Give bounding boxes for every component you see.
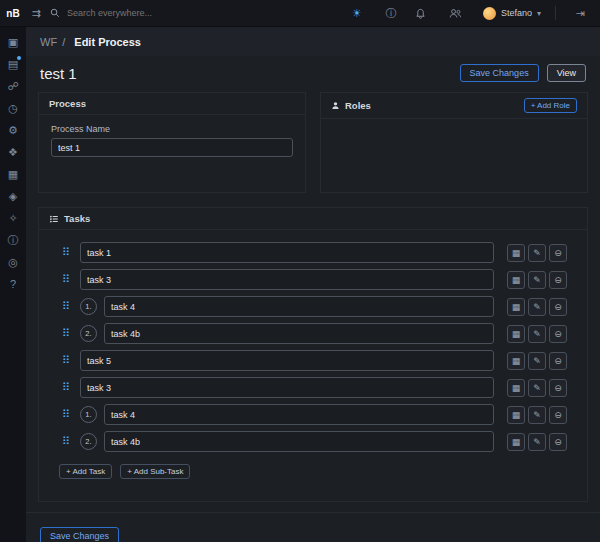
app-logo: nB bbox=[0, 8, 26, 19]
edit-button[interactable]: ✎ bbox=[528, 352, 546, 370]
calendar-button[interactable]: ▦ bbox=[507, 406, 525, 424]
add-role-button[interactable]: + Add Role bbox=[524, 98, 577, 113]
breadcrumb: WF / Edit Process bbox=[26, 26, 600, 56]
notifications-icon[interactable] bbox=[415, 8, 435, 19]
task-name-input[interactable] bbox=[104, 323, 494, 344]
task-name-input[interactable] bbox=[104, 431, 494, 452]
notification-dot bbox=[17, 56, 21, 60]
edit-button[interactable]: ✎ bbox=[528, 406, 546, 424]
edit-button[interactable]: ✎ bbox=[528, 325, 546, 343]
remove-task-button[interactable]: ⊖ bbox=[549, 379, 567, 397]
modules-icon[interactable]: ❖ bbox=[3, 142, 23, 162]
roles-empty-body bbox=[321, 119, 587, 192]
analytics-icon[interactable]: ▤ bbox=[3, 54, 23, 74]
add-subtask-button[interactable]: + Add Sub-Task bbox=[120, 464, 190, 479]
task-row: ⠿ ▦ ✎ ⊖ bbox=[59, 242, 567, 263]
process-panel-title: Process bbox=[49, 98, 86, 109]
task-row: ⠿ 2. ▦ ✎ ⊖ bbox=[59, 431, 567, 452]
task-row: ⠿ 2. ▦ ✎ ⊖ bbox=[59, 323, 567, 344]
task-name-input[interactable] bbox=[80, 242, 494, 263]
task-name-input[interactable] bbox=[104, 404, 494, 425]
task-row: ⠿ ▦ ✎ ⊖ bbox=[59, 269, 567, 290]
avatar bbox=[483, 7, 496, 20]
breadcrumb-page: Edit Process bbox=[74, 36, 141, 48]
remove-task-button[interactable]: ⊖ bbox=[549, 352, 567, 370]
task-row: ⠿ 1. ▦ ✎ ⊖ bbox=[59, 296, 567, 317]
connections-icon[interactable]: ☍ bbox=[3, 76, 23, 96]
add-task-button[interactable]: + Add Task bbox=[59, 464, 112, 479]
edit-button[interactable]: ✎ bbox=[528, 271, 546, 289]
process-panel: Process Process Name bbox=[38, 92, 306, 193]
calendar-button[interactable]: ▦ bbox=[507, 433, 525, 451]
sidebar: ▣▤☍◷⚙❖▦◈✧ⓘ◎? bbox=[0, 26, 26, 542]
chevron-down-icon: ▾ bbox=[537, 9, 541, 18]
task-name-input[interactable] bbox=[104, 296, 494, 317]
subtask-number-badge: 1. bbox=[80, 406, 97, 423]
settings-icon[interactable]: ⚙ bbox=[3, 120, 23, 140]
remove-task-button[interactable]: ⊖ bbox=[549, 433, 567, 451]
drag-handle-icon[interactable]: ⠿ bbox=[59, 301, 73, 312]
tasks-icon bbox=[49, 214, 59, 224]
breadcrumb-separator: / bbox=[62, 36, 65, 48]
about-icon[interactable]: ⓘ bbox=[3, 230, 23, 250]
task-name-input[interactable] bbox=[80, 377, 494, 398]
roles-panel: Roles + Add Role bbox=[320, 92, 588, 193]
global-search[interactable] bbox=[50, 7, 219, 19]
task-name-input[interactable] bbox=[80, 269, 494, 290]
calendar-button[interactable]: ▦ bbox=[507, 271, 525, 289]
roles-panel-title: Roles bbox=[345, 100, 371, 111]
theme-toggle-icon[interactable]: ☀ bbox=[347, 7, 367, 20]
process-name-input[interactable] bbox=[51, 138, 293, 157]
save-changes-button-top[interactable]: Save Changes bbox=[460, 64, 539, 82]
calendar-button[interactable]: ▦ bbox=[507, 352, 525, 370]
drag-handle-icon[interactable]: ⠿ bbox=[59, 436, 73, 447]
breadcrumb-section[interactable]: WF bbox=[40, 36, 57, 48]
dashboard-icon[interactable]: ▣ bbox=[3, 32, 23, 52]
drag-handle-icon[interactable]: ⠿ bbox=[59, 328, 73, 339]
logout-icon[interactable]: ⇥ bbox=[570, 7, 590, 20]
user-menu[interactable]: Stefano ▾ bbox=[483, 7, 541, 20]
remove-task-button[interactable]: ⊖ bbox=[549, 298, 567, 316]
ideas-icon[interactable]: ✧ bbox=[3, 208, 23, 228]
remove-task-button[interactable]: ⊖ bbox=[549, 271, 567, 289]
info-icon[interactable]: ⓘ bbox=[381, 6, 401, 21]
drag-handle-icon[interactable]: ⠿ bbox=[59, 409, 73, 420]
task-name-input[interactable] bbox=[80, 350, 494, 371]
sidebar-toggle-icon[interactable]: ⇉ bbox=[26, 7, 46, 20]
calendar-button[interactable]: ▦ bbox=[507, 244, 525, 262]
edit-button[interactable]: ✎ bbox=[528, 298, 546, 316]
edit-button[interactable]: ✎ bbox=[528, 244, 546, 262]
history-icon[interactable]: ◷ bbox=[3, 98, 23, 118]
help-icon[interactable]: ? bbox=[3, 274, 23, 294]
drag-handle-icon[interactable]: ⠿ bbox=[59, 274, 73, 285]
monitoring-icon[interactable]: ◎ bbox=[3, 252, 23, 272]
task-row: ⠿ ▦ ✎ ⊖ bbox=[59, 350, 567, 371]
security-icon[interactable]: ◈ bbox=[3, 186, 23, 206]
search-input[interactable] bbox=[65, 7, 219, 19]
save-changes-button-bottom[interactable]: Save Changes bbox=[40, 527, 119, 542]
subtask-number-badge: 2. bbox=[80, 433, 97, 450]
subtask-number-badge: 1. bbox=[80, 298, 97, 315]
tables-icon[interactable]: ▦ bbox=[3, 164, 23, 184]
user-name: Stefano bbox=[501, 8, 532, 18]
remove-task-button[interactable]: ⊖ bbox=[549, 325, 567, 343]
calendar-button[interactable]: ▦ bbox=[507, 379, 525, 397]
drag-handle-icon[interactable]: ⠿ bbox=[59, 247, 73, 258]
search-icon bbox=[50, 8, 60, 18]
tasks-panel-title: Tasks bbox=[64, 213, 90, 224]
view-button[interactable]: View bbox=[547, 64, 586, 82]
calendar-button[interactable]: ▦ bbox=[507, 298, 525, 316]
drag-handle-icon[interactable]: ⠿ bbox=[59, 355, 73, 366]
page-title: test 1 bbox=[40, 65, 452, 82]
edit-button[interactable]: ✎ bbox=[528, 433, 546, 451]
subtask-number-badge: 2. bbox=[80, 325, 97, 342]
process-panel-header: Process bbox=[39, 93, 305, 115]
drag-handle-icon[interactable]: ⠿ bbox=[59, 382, 73, 393]
remove-task-button[interactable]: ⊖ bbox=[549, 244, 567, 262]
users-icon[interactable] bbox=[449, 8, 469, 19]
calendar-button[interactable]: ▦ bbox=[507, 325, 525, 343]
remove-task-button[interactable]: ⊖ bbox=[549, 406, 567, 424]
edit-button[interactable]: ✎ bbox=[528, 379, 546, 397]
tasks-panel-header: Tasks bbox=[39, 208, 587, 230]
person-icon bbox=[331, 101, 340, 110]
